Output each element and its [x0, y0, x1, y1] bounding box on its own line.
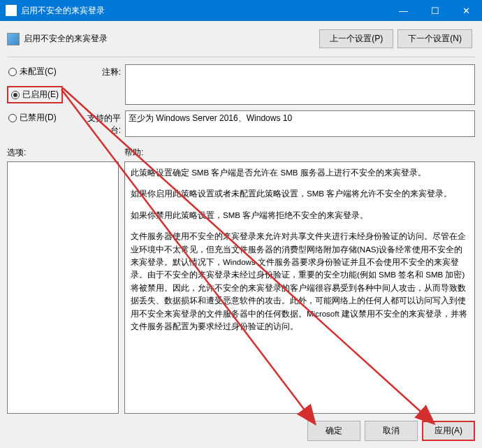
radio-enabled[interactable]: 已启用(E) — [7, 86, 63, 103]
window-controls: — ☐ ✕ — [388, 0, 482, 21]
platform-box: 至少为 Windows Server 2016、Windows 10 — [125, 110, 475, 137]
prev-setting-button[interactable]: 上一个设置(P) — [319, 29, 393, 48]
radio-label: 已禁用(D) — [20, 112, 57, 124]
platform-label: 支持的平台: — [80, 110, 125, 136]
help-paragraph: 文件服务器使用不安全的来宾登录来允许对共享文件夹进行未经身份验证的访问。尽管在企… — [131, 230, 469, 333]
help-paragraph: 此策略设置确定 SMB 客户端是否允许在 SMB 服务器上进行不安全的来宾登录。 — [131, 166, 469, 179]
help-paragraph: 如果你禁用此策略设置，SMB 客户端将拒绝不安全的来宾登录。 — [131, 209, 469, 222]
window-title: 启用不安全的来宾登录 — [21, 5, 388, 17]
titlebar: 启用不安全的来宾登录 — ☐ ✕ — [0, 0, 482, 21]
ok-button[interactable]: 确定 — [307, 421, 360, 441]
radio-circle-icon — [8, 68, 17, 76]
options-label: 选项: — [7, 147, 119, 159]
radio-circle-selected-icon — [11, 91, 20, 99]
policy-title: 启用不安全的来宾登录 — [24, 33, 319, 45]
apply-button[interactable]: 应用(A) — [422, 421, 475, 441]
cancel-button[interactable]: 取消 — [365, 421, 418, 441]
radio-label: 已启用(E) — [22, 89, 59, 101]
config-radio-group: 未配置(C) 已启用(E) 已禁用(D) — [7, 64, 73, 125]
radio-not-configured[interactable]: 未配置(C) — [7, 64, 73, 79]
app-icon — [6, 5, 17, 16]
minimize-button[interactable]: — — [388, 0, 419, 21]
comment-input[interactable] — [125, 64, 475, 105]
close-button[interactable]: ✕ — [451, 0, 482, 21]
platform-value: 至少为 Windows Server 2016、Windows 10 — [129, 113, 292, 123]
policy-icon — [7, 33, 20, 45]
radio-label: 未配置(C) — [20, 66, 57, 78]
help-paragraph: 如果你启用此策略设置或者未配置此策略设置，SMB 客户端将允许不安全的来宾登录。 — [131, 187, 469, 200]
next-setting-button[interactable]: 下一个设置(N) — [397, 29, 472, 48]
radio-circle-icon — [8, 114, 17, 122]
maximize-button[interactable]: ☐ — [419, 0, 451, 21]
comment-label: 注释: — [80, 64, 125, 78]
options-box — [7, 161, 119, 414]
radio-disabled[interactable]: 已禁用(D) — [7, 110, 73, 125]
help-label: 帮助: — [124, 147, 475, 159]
help-box[interactable]: 此策略设置确定 SMB 客户端是否允许在 SMB 服务器上进行不安全的来宾登录。… — [124, 161, 475, 414]
divider — [7, 57, 475, 57]
